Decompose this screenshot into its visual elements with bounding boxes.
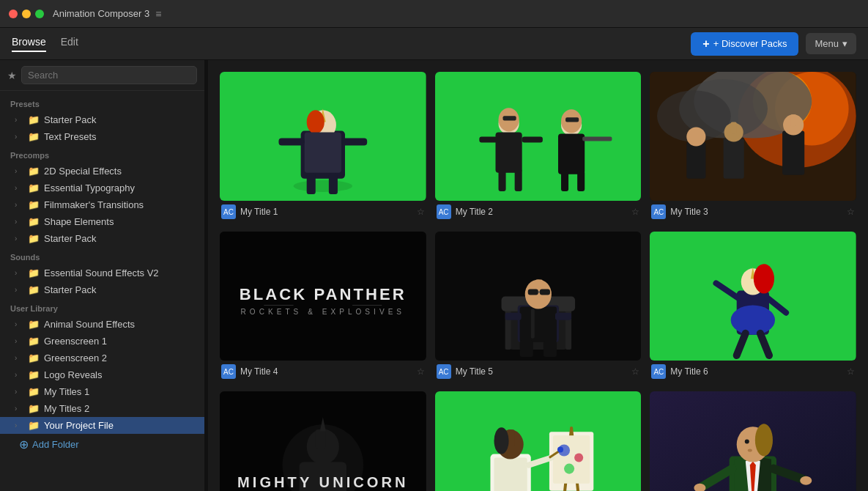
- sidebar-item-label: Starter Pack: [44, 284, 197, 295]
- sidebar-item-label: Starter Pack: [44, 233, 197, 244]
- svg-rect-55: [519, 307, 556, 342]
- item-name-5: My Title 5: [456, 366, 628, 377]
- maximize-button[interactable]: [35, 10, 44, 18]
- chevron-right-icon: ›: [15, 354, 23, 362]
- item-footer-1: AC My Title 1 ☆: [220, 201, 426, 223]
- tab-browse[interactable]: Browse: [12, 36, 46, 52]
- minimize-button[interactable]: [22, 10, 31, 18]
- item-footer-6: AC My Title 6 ☆: [650, 361, 856, 383]
- sidebar-item-text-presets[interactable]: › 📁 Text Presets: [0, 128, 204, 145]
- item-star-3[interactable]: ☆: [847, 207, 855, 217]
- item-footer-2: AC My Title 2 ☆: [435, 201, 642, 223]
- sidebar-item-shape-elements[interactable]: › 📁 Shape Elements: [0, 213, 204, 230]
- item-star-2[interactable]: ☆: [631, 207, 639, 217]
- sidebar-item-your-project[interactable]: › 📁 Your Project File: [0, 417, 204, 434]
- sidebar-item-essential-typography[interactable]: › 📁 Essential Typography: [0, 180, 204, 196]
- svg-rect-36: [782, 130, 804, 174]
- svg-point-100: [557, 447, 563, 453]
- item-star-5[interactable]: ☆: [631, 366, 639, 377]
- close-button[interactable]: [9, 10, 18, 18]
- folder-icon: 📁: [27, 403, 40, 414]
- sidebar-item-2d-special[interactable]: › 📁 2D Special Effects: [0, 163, 204, 180]
- thumb-svg-7: MIGHTY UNICORN GUNSMITH & ACTOR: [220, 391, 426, 491]
- svg-point-91: [574, 454, 583, 462]
- svg-point-115: [755, 424, 773, 456]
- svg-rect-22: [558, 133, 585, 174]
- app-title: Animation Composer 3: [53, 8, 149, 19]
- grid-item-2[interactable]: AC My Title 2 ☆: [435, 72, 642, 223]
- search-input[interactable]: [21, 66, 197, 84]
- grid-item-7[interactable]: MIGHTY UNICORN GUNSMITH & ACTOR AC Might…: [220, 391, 426, 491]
- folder-icon: 📁: [27, 182, 40, 193]
- item-preview-icon-4: AC: [221, 364, 236, 379]
- folder-icon: 📁: [27, 267, 40, 278]
- svg-point-71: [731, 306, 775, 335]
- folder-icon: 📁: [27, 336, 40, 347]
- section-presets-header: Presets: [0, 94, 204, 111]
- item-star-1[interactable]: ☆: [417, 207, 425, 217]
- sidebar-item-label: My Titles 1: [44, 386, 197, 397]
- grid-item-9[interactable]: AC ☆: [650, 391, 856, 491]
- sidebar-item-filmmakers[interactable]: › 📁 Filmmaker's Transitions: [0, 196, 204, 213]
- svg-rect-65: [544, 341, 557, 357]
- svg-point-114: [748, 449, 752, 452]
- folder-icon: 📁: [27, 369, 40, 380]
- item-star-6[interactable]: ☆: [847, 366, 855, 377]
- svg-rect-64: [519, 341, 533, 357]
- grid-item-5[interactable]: AC My Title 5 ☆: [435, 232, 642, 383]
- sidebar-item-my-titles-2[interactable]: › 📁 My Titles 2: [0, 400, 204, 417]
- traffic-lights: [9, 10, 44, 18]
- svg-rect-63: [555, 313, 571, 320]
- chevron-down-icon: ▾: [842, 38, 847, 49]
- sidebar-item-animal-sounds[interactable]: › 📁 Animal Sound Effects: [0, 316, 204, 333]
- sidebar-item-starter-pack-2[interactable]: › 📁 Starter Pack: [0, 230, 204, 247]
- sidebar-item-essential-sound[interactable]: › 📁 Essential Sound Effects V2: [0, 265, 204, 281]
- sidebar-item-greenscreen-1[interactable]: › 📁 Greenscreen 1: [0, 333, 204, 350]
- sidebar-item-label: 2D Special Effects: [44, 166, 197, 177]
- thumbnail-4: BLACK PANTHER ROCKETS & EXPLOSIVES: [220, 232, 426, 361]
- svg-rect-16: [479, 137, 500, 143]
- discover-packs-button[interactable]: + + Discover Packs: [691, 32, 798, 56]
- thumb-svg-1: [220, 72, 426, 201]
- favorites-star-icon[interactable]: ★: [7, 70, 17, 81]
- folder-icon: 📁: [27, 131, 40, 142]
- grid-item-8[interactable]: AC ☆: [435, 391, 642, 491]
- sidebar-item-logo-reveals[interactable]: › 📁 Logo Reveals: [0, 366, 204, 383]
- item-star-4[interactable]: ☆: [417, 366, 425, 377]
- thumbnail-3: [650, 72, 856, 201]
- grid-item-6[interactable]: AC My Title 6 ☆: [650, 232, 856, 383]
- grid-item-1[interactable]: AC My Title 1 ☆: [220, 72, 426, 223]
- folder-icon: 📁: [27, 284, 40, 295]
- grid-item-3[interactable]: AC My Title 3 ☆: [650, 72, 856, 223]
- sidebar-item-greenscreen-2[interactable]: › 📁 Greenscreen 2: [0, 350, 204, 366]
- chevron-right-icon: ›: [15, 337, 23, 345]
- svg-rect-56: [530, 309, 534, 339]
- tab-edit[interactable]: Edit: [61, 36, 78, 52]
- nav-bar: Browse Edit + + Discover Packs Menu ▾: [0, 28, 868, 60]
- thumb-svg-5: [435, 232, 642, 361]
- sidebar-item-label: Your Project File: [44, 420, 197, 431]
- sidebar-item-starter-pack-3[interactable]: › 📁 Starter Pack: [0, 281, 204, 298]
- chevron-right-icon: ›: [15, 167, 23, 175]
- item-preview-icon-2: AC: [437, 204, 451, 219]
- svg-rect-27: [565, 117, 579, 122]
- sidebar-item-starter-pack-1[interactable]: › 📁 Starter Pack: [0, 111, 204, 128]
- svg-rect-7: [307, 174, 316, 194]
- thumbnail-6: [650, 232, 856, 361]
- menu-button[interactable]: Menu ▾: [806, 33, 856, 54]
- svg-rect-11: [435, 72, 642, 201]
- svg-point-1: [294, 180, 352, 192]
- item-name-6: My Title 6: [670, 366, 842, 377]
- grid-item-4[interactable]: BLACK PANTHER ROCKETS & EXPLOSIVES AC My…: [220, 232, 426, 383]
- thumb-svg-6: [650, 232, 856, 361]
- section-precomps-header: Precomps: [0, 145, 204, 163]
- thumbnail-2: [435, 72, 642, 201]
- thumb-svg-2: [435, 72, 642, 201]
- menu-button-label: Menu: [815, 38, 839, 49]
- svg-rect-112: [746, 428, 756, 447]
- hamburger-icon[interactable]: ≡: [155, 8, 161, 20]
- sidebar-item-my-titles-1[interactable]: › 📁 My Titles 1: [0, 383, 204, 400]
- chevron-right-icon: ›: [15, 218, 23, 226]
- svg-rect-9: [278, 139, 304, 146]
- add-folder-button[interactable]: ⊕ Add Folder: [0, 434, 204, 455]
